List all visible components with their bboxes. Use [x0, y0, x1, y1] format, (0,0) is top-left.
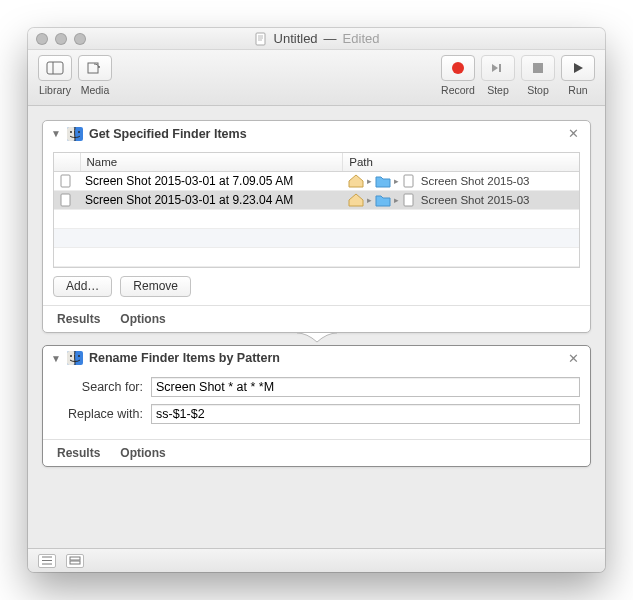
svg-marker-18 — [349, 194, 363, 206]
svg-rect-11 — [67, 127, 75, 141]
svg-rect-28 — [70, 561, 80, 564]
zoom-window-button[interactable] — [74, 33, 86, 45]
status-bar — [28, 548, 605, 572]
titlebar: Untitled — Edited — [28, 28, 605, 50]
svg-rect-14 — [61, 175, 70, 187]
svg-rect-8 — [533, 63, 543, 73]
step-label: Step — [487, 84, 509, 96]
svg-rect-1 — [47, 62, 63, 74]
library-icon — [46, 61, 64, 75]
svg-rect-17 — [61, 194, 70, 206]
file-icon — [402, 174, 416, 188]
file-icon — [59, 193, 73, 207]
home-folder-icon — [348, 193, 364, 207]
path-breadcrumb: ▸ ▸ Screen Shot 2015-03 — [348, 193, 574, 207]
run-label: Run — [568, 84, 587, 96]
add-button[interactable]: Add… — [53, 276, 112, 297]
step-icon — [490, 61, 506, 75]
action-title: Rename Finder Items by Pattern — [89, 351, 280, 365]
stop-label: Stop — [527, 84, 549, 96]
record-button[interactable] — [441, 55, 475, 81]
svg-rect-21 — [67, 351, 75, 365]
stop-icon — [531, 61, 545, 75]
replace-with-input[interactable] — [151, 404, 580, 424]
folder-icon — [375, 174, 391, 188]
action-title: Get Specified Finder Items — [89, 127, 247, 141]
svg-point-23 — [78, 355, 80, 357]
svg-rect-27 — [70, 557, 80, 560]
svg-rect-19 — [404, 194, 413, 206]
finder-icon — [67, 127, 83, 141]
action-rename-finder-items-by-pattern: ▼ Rename Finder Items by Pattern ✕ Searc… — [42, 345, 591, 467]
action-get-specified-finder-items: ▼ Get Specified Finder Items ✕ Name Path — [42, 120, 591, 333]
toolbar: Library Media Record Step Stop — [28, 50, 605, 106]
path-breadcrumb: ▸ ▸ Screen Shot 2015-03 — [348, 174, 574, 188]
list-icon — [41, 556, 53, 565]
home-folder-icon — [348, 174, 364, 188]
file-icon — [59, 174, 73, 188]
record-label: Record — [441, 84, 475, 96]
media-button[interactable] — [78, 55, 112, 81]
disclosure-triangle-icon[interactable]: ▼ — [51, 353, 61, 364]
svg-point-13 — [78, 131, 80, 133]
name-column-header[interactable]: Name — [80, 153, 343, 171]
results-tab[interactable]: Results — [57, 312, 100, 326]
window-title: Untitled — Edited — [254, 31, 380, 46]
remove-button[interactable]: Remove — [120, 276, 191, 297]
svg-rect-16 — [404, 175, 413, 187]
finder-icon — [67, 351, 83, 365]
file-icon — [402, 193, 416, 207]
log-view-button[interactable] — [38, 554, 56, 568]
document-icon — [254, 32, 268, 46]
step-button[interactable] — [481, 55, 515, 81]
folder-icon — [375, 193, 391, 207]
library-label: Library — [39, 84, 71, 96]
svg-point-22 — [70, 355, 72, 357]
automator-window: Untitled — Edited Library Media Record — [28, 28, 605, 572]
minimize-window-button[interactable] — [55, 33, 67, 45]
media-label: Media — [81, 84, 110, 96]
svg-point-5 — [452, 62, 464, 74]
table-row[interactable]: Screen Shot 2015-03-01 at 7.09.05 AM ▸ ▸… — [54, 171, 579, 190]
svg-point-4 — [98, 66, 100, 68]
chevron-right-icon: ▸ — [394, 176, 399, 186]
close-window-button[interactable] — [36, 33, 48, 45]
svg-marker-6 — [492, 64, 498, 72]
chevron-right-icon: ▸ — [394, 195, 399, 205]
traffic-lights — [36, 33, 86, 45]
action-header[interactable]: ▼ Rename Finder Items by Pattern ✕ — [43, 346, 590, 371]
options-tab[interactable]: Options — [120, 312, 165, 326]
path-column-header[interactable]: Path — [343, 153, 579, 171]
results-tab[interactable]: Results — [57, 446, 100, 460]
svg-marker-15 — [349, 175, 363, 187]
search-for-input[interactable] — [151, 377, 580, 397]
run-button[interactable] — [561, 55, 595, 81]
library-button[interactable] — [38, 55, 72, 81]
close-action-button[interactable]: ✕ — [565, 351, 582, 366]
close-action-button[interactable]: ✕ — [565, 126, 582, 141]
workflow-area: ▼ Get Specified Finder Items ✕ Name Path — [28, 106, 605, 548]
run-icon — [571, 61, 585, 75]
stack-icon — [69, 556, 81, 565]
action-connector — [42, 333, 591, 345]
stop-button[interactable] — [521, 55, 555, 81]
table-row[interactable]: Screen Shot 2015-03-01 at 9.23.04 AM ▸ ▸… — [54, 190, 579, 209]
icon-column-header[interactable] — [54, 153, 80, 171]
disclosure-triangle-icon[interactable]: ▼ — [51, 128, 61, 139]
chevron-right-icon: ▸ — [367, 195, 372, 205]
chevron-right-icon: ▸ — [367, 176, 372, 186]
items-table: Name Path Screen Shot 2015-03-01 at 7.09… — [53, 152, 580, 268]
svg-marker-9 — [574, 63, 583, 73]
record-icon — [451, 61, 465, 75]
variables-view-button[interactable] — [66, 554, 84, 568]
media-icon — [86, 61, 104, 75]
svg-point-12 — [70, 131, 72, 133]
svg-rect-0 — [256, 33, 265, 45]
options-tab[interactable]: Options — [120, 446, 165, 460]
replace-with-label: Replace with: — [53, 407, 143, 421]
svg-rect-7 — [499, 64, 501, 72]
action-header[interactable]: ▼ Get Specified Finder Items ✕ — [43, 121, 590, 146]
search-for-label: Search for: — [53, 380, 143, 394]
